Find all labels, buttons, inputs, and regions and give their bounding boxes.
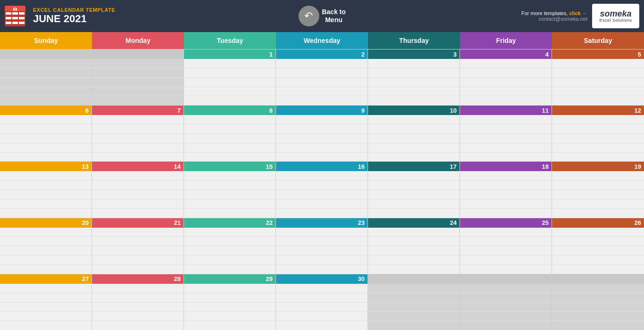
day-lines <box>184 171 276 217</box>
day-line <box>460 321 552 330</box>
day-lines <box>0 171 92 217</box>
day-line <box>0 180 92 190</box>
day-number: 22 <box>184 218 276 228</box>
day-line <box>460 264 552 274</box>
day-cell[interactable]: 6 <box>0 106 92 161</box>
day-line <box>0 190 92 199</box>
day-cell[interactable]: 1 <box>184 50 276 105</box>
day-line <box>460 77 552 87</box>
day-cell[interactable] <box>92 50 184 105</box>
day-number: 30 <box>276 274 368 284</box>
day-lines <box>552 115 644 161</box>
day-line <box>368 228 460 237</box>
day-cell[interactable]: 9 <box>276 106 368 161</box>
day-line <box>92 77 184 87</box>
day-cell[interactable]: 4 <box>460 50 552 105</box>
day-number: 29 <box>184 274 276 284</box>
day-line <box>552 199 644 208</box>
day-line <box>276 302 368 312</box>
day-line <box>92 96 184 105</box>
day-cell[interactable]: 22 <box>184 218 276 274</box>
day-cell[interactable]: 24 <box>368 218 460 274</box>
day-line <box>276 68 368 77</box>
day-line <box>552 321 644 330</box>
day-line <box>368 133 460 143</box>
day-cell[interactable]: 28 <box>92 274 184 330</box>
day-line <box>368 284 460 293</box>
day-cell[interactable]: 13 <box>0 162 92 217</box>
back-arrow-icon: ↶ <box>298 6 319 26</box>
day-line <box>552 115 644 124</box>
day-line <box>276 246 368 255</box>
day-lines <box>184 59 276 105</box>
day-number: 15 <box>184 162 276 171</box>
back-button[interactable]: ↶ Back toMenu <box>298 6 346 26</box>
day-cell[interactable]: 14 <box>92 162 184 217</box>
day-cell[interactable]: 3 <box>368 50 460 105</box>
day-cell[interactable]: 10 <box>368 106 460 161</box>
day-cell[interactable]: 11 <box>460 106 552 161</box>
week-row-3: 13141516171819 <box>0 161 644 217</box>
day-line <box>92 171 184 180</box>
day-cell[interactable]: 17 <box>368 162 460 217</box>
day-cell[interactable]: 30 <box>276 274 368 330</box>
day-line <box>0 236 92 246</box>
day-line <box>276 236 368 246</box>
day-line <box>0 228 92 237</box>
day-line <box>460 180 552 190</box>
day-cell[interactable]: 15 <box>184 162 276 217</box>
day-cell[interactable] <box>0 50 92 105</box>
day-cell[interactable]: 20 <box>0 218 92 274</box>
day-cell[interactable]: 26 <box>552 218 644 274</box>
day-line <box>184 143 276 152</box>
day-line <box>552 264 644 274</box>
day-lines <box>552 284 644 330</box>
day-cell[interactable]: 29 <box>184 274 276 330</box>
day-cell[interactable]: 19 <box>552 162 644 217</box>
day-cell[interactable]: 5 <box>552 50 644 105</box>
day-line <box>92 284 184 293</box>
day-line <box>184 199 276 208</box>
day-cell[interactable]: 16 <box>276 162 368 217</box>
day-cell[interactable]: 25 <box>460 218 552 274</box>
day-line <box>184 284 276 293</box>
day-line <box>460 115 552 124</box>
day-cell[interactable]: 12 <box>552 106 644 161</box>
day-number: 28 <box>92 274 184 284</box>
day-line <box>0 255 92 264</box>
day-line <box>460 255 552 264</box>
day-cell[interactable]: 18 <box>460 162 552 217</box>
day-line <box>184 115 276 124</box>
day-cell[interactable] <box>552 274 644 330</box>
day-cell[interactable]: 8 <box>184 106 276 161</box>
day-line <box>92 246 184 255</box>
day-line <box>460 143 552 152</box>
day-cell[interactable]: 7 <box>92 106 184 161</box>
day-cell[interactable]: 27 <box>0 274 92 330</box>
day-line <box>0 199 92 208</box>
day-line <box>552 208 644 218</box>
day-line <box>0 124 92 133</box>
day-line <box>0 133 92 143</box>
day-lines <box>0 59 92 105</box>
day-number: 25 <box>460 218 552 228</box>
day-lines <box>460 115 552 161</box>
day-number: 2 <box>276 50 368 59</box>
day-cell[interactable]: 21 <box>92 218 184 274</box>
day-lines <box>368 115 460 161</box>
day-line <box>552 228 644 237</box>
day-line <box>460 236 552 246</box>
day-lines <box>552 59 644 105</box>
day-cell[interactable]: 23 <box>276 218 368 274</box>
day-line <box>184 87 276 96</box>
day-line <box>460 311 552 321</box>
day-line <box>460 284 552 293</box>
someka-logo: someka Excel Solutions <box>592 4 639 28</box>
day-cell[interactable] <box>460 274 552 330</box>
day-line <box>184 96 276 105</box>
day-cell[interactable] <box>368 274 460 330</box>
day-line <box>92 264 184 274</box>
day-lines <box>368 228 460 274</box>
day-line <box>92 199 184 208</box>
day-cell[interactable]: 2 <box>276 50 368 105</box>
